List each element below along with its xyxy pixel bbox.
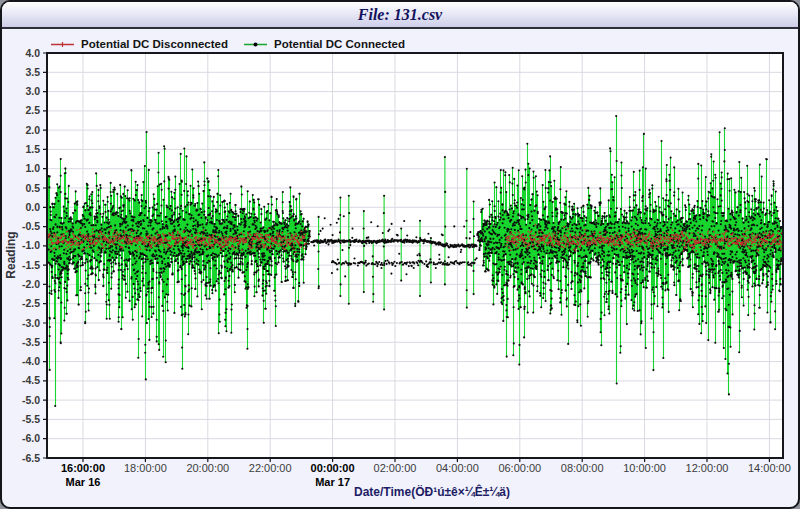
- y-tick-label: 2.0: [25, 124, 40, 136]
- legend-marker-disconnected-icon: [50, 39, 75, 50]
- y-tick-label: -5.5: [22, 413, 40, 425]
- legend-marker-connected-icon: [243, 39, 268, 50]
- x-tick-sublabel: Mar 17: [315, 476, 350, 488]
- x-tick-label: 02:00:00: [374, 462, 417, 474]
- y-tick-label: 1.5: [25, 143, 40, 155]
- y-tick-label: 3.0: [25, 85, 40, 97]
- y-tick-label: 0.5: [25, 182, 40, 194]
- chart-plot: 4.03.53.02.52.01.51.00.50.0-0.5-1.0-1.5-…: [0, 0, 800, 509]
- x-tick-label: 08:00:00: [561, 462, 604, 474]
- x-tick-label: 22:00:00: [249, 462, 292, 474]
- y-tick-label: -1.0: [22, 239, 40, 251]
- legend-item-connected: Potential DC Connected: [243, 38, 405, 50]
- y-tick-label: -1.5: [22, 259, 40, 271]
- x-tick-label: 12:00:00: [686, 462, 729, 474]
- legend: Potential DC Disconnected Potential DC C…: [2, 38, 798, 51]
- window-title: File: 131.csv: [358, 6, 442, 24]
- chart-window: 4.03.53.02.52.01.51.00.50.0-0.5-1.0-1.5-…: [0, 0, 800, 509]
- y-tick-label: -2.5: [22, 297, 40, 309]
- y-tick-label: -0.5: [22, 220, 40, 232]
- y-tick-label: -6.0: [22, 432, 40, 444]
- y-tick-label: -3.5: [22, 336, 40, 348]
- x-tick-label: 18:00:00: [124, 462, 167, 474]
- title-bar: File: 131.csv: [2, 2, 798, 29]
- y-tick-label: -4.0: [22, 355, 40, 367]
- y-tick-label: 1.0: [25, 162, 40, 174]
- x-tick-label: 14:00:00: [748, 462, 791, 474]
- y-tick-label: -3.0: [22, 317, 40, 329]
- x-tick-label: 20:00:00: [186, 462, 229, 474]
- x-tick-sublabel: Mar 16: [66, 476, 101, 488]
- y-axis-title: Reading: [4, 231, 18, 278]
- y-tick-label: -4.5: [22, 374, 40, 386]
- y-tick-label: 2.5: [25, 104, 40, 116]
- x-tick-label: 10:00:00: [623, 462, 666, 474]
- y-tick-label: -2.0: [22, 278, 40, 290]
- y-tick-label: 3.5: [25, 66, 40, 78]
- legend-item-disconnected: Potential DC Disconnected: [50, 38, 228, 50]
- page-background: 4.03.53.02.52.01.51.00.50.0-0.5-1.0-1.5-…: [0, 0, 800, 509]
- legend-label-disconnected: Potential DC Disconnected: [81, 38, 228, 50]
- x-tick-label: 16:00:00: [61, 462, 105, 474]
- x-axis-title: Date/Time(ÖÐ¹ú±ê×¼Ê±¼ä): [354, 485, 510, 499]
- x-tick-label: 04:00:00: [436, 462, 479, 474]
- x-tick-label: 00:00:00: [311, 462, 355, 474]
- y-tick-label: -5.0: [22, 394, 40, 406]
- y-tick-label: 0.0: [25, 201, 40, 213]
- x-tick-label: 06:00:00: [498, 462, 541, 474]
- legend-label-connected: Potential DC Connected: [274, 38, 405, 50]
- y-tick-label: -6.5: [22, 452, 40, 464]
